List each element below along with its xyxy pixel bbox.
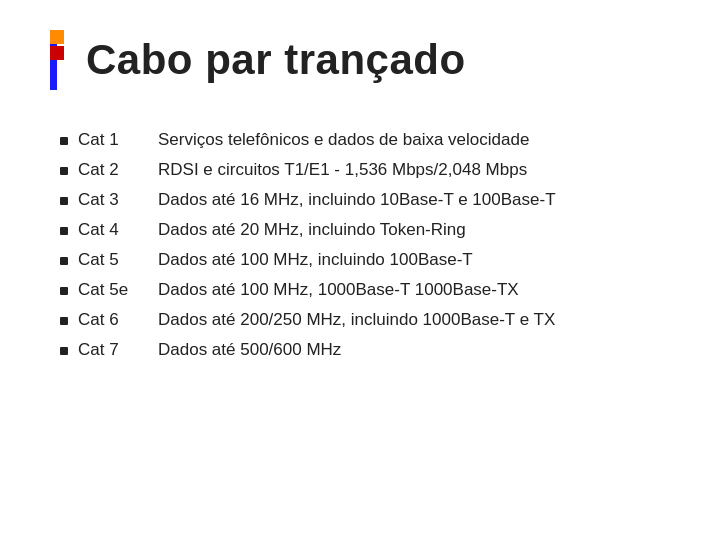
cat-description: Dados até 20 MHz, incluindo Token-Ring [158, 220, 466, 240]
list-item: Cat 6Dados até 200/250 MHz, incluindo 10… [60, 310, 670, 330]
cat-description: Dados até 200/250 MHz, incluindo 1000Bas… [158, 310, 555, 330]
list-item: Cat 5eDados até 100 MHz, 1000Base-T 1000… [60, 280, 670, 300]
slide: Cabo par trançado Cat 1Serviços telefôni… [0, 0, 720, 540]
cat-label: Cat 5 [78, 250, 158, 270]
list-item: Cat 4Dados até 20 MHz, incluindo Token-R… [60, 220, 670, 240]
cat-description: RDSI e circuitos T1/E1 - 1,536 Mbps/2,04… [158, 160, 527, 180]
cat-description: Dados até 16 MHz, incluindo 10Base-T e 1… [158, 190, 556, 210]
list-item: Cat 5Dados até 100 MHz, incluindo 100Bas… [60, 250, 670, 270]
cat-label: Cat 5e [78, 280, 158, 300]
cat-label: Cat 4 [78, 220, 158, 240]
item-list: Cat 1Serviços telefônicos e dados de bai… [60, 130, 670, 360]
square-orange [50, 30, 64, 44]
content: Cat 1Serviços telefônicos e dados de bai… [50, 130, 670, 360]
square-red [50, 46, 64, 60]
cat-description: Dados até 100 MHz, 1000Base-T 1000Base-T… [158, 280, 519, 300]
cat-label: Cat 3 [78, 190, 158, 210]
page-title: Cabo par trançado [86, 36, 466, 84]
bullet-icon [60, 287, 68, 295]
bullet-icon [60, 197, 68, 205]
list-item: Cat 1Serviços telefônicos e dados de bai… [60, 130, 670, 150]
logo-decoration [50, 30, 68, 90]
list-item: Cat 3Dados até 16 MHz, incluindo 10Base-… [60, 190, 670, 210]
bullet-icon [60, 317, 68, 325]
header: Cabo par trançado [50, 30, 670, 90]
cat-description: Serviços telefônicos e dados de baixa ve… [158, 130, 529, 150]
list-item: Cat 7Dados até 500/600 MHz [60, 340, 670, 360]
bullet-icon [60, 227, 68, 235]
cat-label: Cat 7 [78, 340, 158, 360]
cat-label: Cat 6 [78, 310, 158, 330]
bullet-icon [60, 137, 68, 145]
list-item: Cat 2RDSI e circuitos T1/E1 - 1,536 Mbps… [60, 160, 670, 180]
cat-description: Dados até 100 MHz, incluindo 100Base-T [158, 250, 473, 270]
bullet-icon [60, 347, 68, 355]
cat-description: Dados até 500/600 MHz [158, 340, 341, 360]
cat-label: Cat 2 [78, 160, 158, 180]
cat-label: Cat 1 [78, 130, 158, 150]
bullet-icon [60, 257, 68, 265]
bullet-icon [60, 167, 68, 175]
